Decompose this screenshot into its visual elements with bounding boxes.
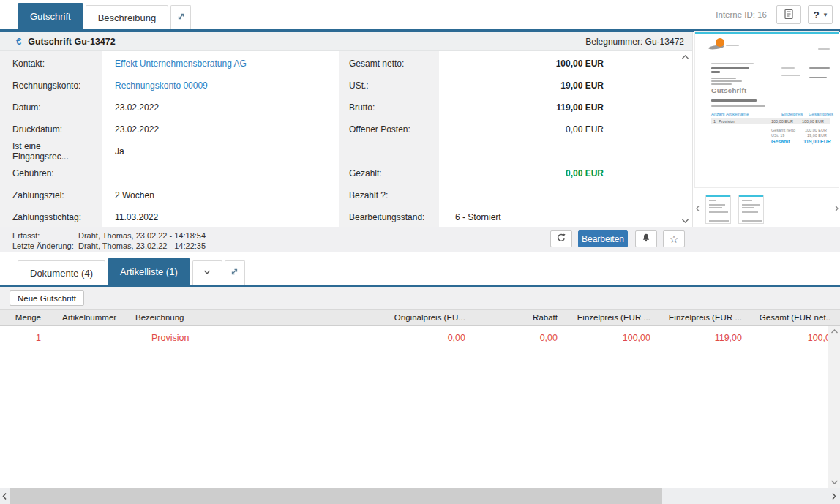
table-scroll-down-icon[interactable] [830, 479, 839, 485]
field-value-offener-posten: 0,00 EUR [566, 124, 604, 135]
field-label-kontakt: Kontakt: [12, 59, 45, 69]
table-row[interactable]: 1 Provision 0,00 0,00 100,00 119,00 100,… [0, 326, 840, 350]
modified-value: Draht, Thomas, 23.02.22 - 14:22:35 [78, 241, 206, 250]
field-label-bearbeitungsstand: Bearbeitungsstand: [349, 212, 424, 222]
notification-button[interactable] [635, 230, 657, 247]
scroll-right-icon[interactable] [830, 490, 839, 502]
scroll-up-icon[interactable] [681, 54, 689, 60]
scroll-left-icon[interactable] [0, 490, 9, 502]
created-label: Erfasst: [12, 231, 78, 240]
field-value-rechnungskonto[interactable]: Rechnungskonto 00009 [115, 80, 208, 91]
field-value-kontakt[interactable]: Effekt Unternehmensberatung AG [115, 59, 247, 69]
thumbnail-next-icon[interactable] [833, 203, 840, 214]
horizontal-scrollbar[interactable] [0, 488, 840, 504]
tab-gutschrift[interactable]: Gutschrift [18, 3, 83, 29]
report-button[interactable] [776, 5, 801, 24]
edit-button[interactable]: Bearbeiten [578, 230, 628, 247]
detail-tabstrip: Dokumente (4) Artikelliste (1) [0, 252, 840, 285]
bell-icon [641, 233, 651, 245]
cell-rabatt: 0,00 [468, 326, 560, 350]
tab-beschreibung[interactable]: Beschreibung [86, 5, 169, 29]
table-scrollbar[interactable] [828, 326, 840, 488]
table-scroll-up-icon[interactable] [830, 328, 839, 334]
page-thumbnail-2[interactable] [738, 195, 764, 224]
col-einzelpreis-brutto[interactable]: Einzelpreis (EUR ... [653, 310, 745, 325]
preview-heading: Gutschrift [711, 86, 746, 94]
help-icon: ? [814, 10, 820, 20]
field-label-rechnungskonto: Rechnungskonto: [12, 80, 80, 91]
field-label-zahlungsstichtag: Zahlungsstichtag: [12, 212, 81, 222]
scroll-down-icon[interactable] [681, 218, 689, 224]
refresh-button[interactable] [550, 230, 572, 247]
col-rabatt[interactable]: Rabatt [468, 310, 560, 325]
created-value: Draht, Thomas, 23.02.22 - 14:18:54 [78, 231, 206, 240]
document-preview-page[interactable]: Gutschrift Anzahl Artikelname Einzelprei… [695, 32, 839, 187]
modified-label: Letzte Änderung: [12, 241, 78, 250]
field-value-druckdatum: 23.02.2022 [115, 124, 159, 135]
col-bezeichnung[interactable]: Bezeichnung [132, 310, 337, 325]
preview-accent-bar [695, 32, 839, 34]
preview-grand-label: Gesamt [771, 139, 790, 144]
preview-grand-value: 119,00 EUR [803, 139, 831, 144]
field-value-brutto: 119,00 EUR [556, 102, 604, 113]
record-header: € Gutschrift Gu-13472 Belegnummer: Gu-13… [0, 32, 692, 51]
cell-menge: 1 [0, 326, 44, 350]
field-label-gezahlt: Gezahlt: [349, 168, 382, 178]
expand-icon [176, 12, 186, 23]
chevron-down-icon [202, 267, 212, 279]
preview-item-row: 1 Provision 100,00 EUR 100,00 EUR [711, 118, 830, 124]
field-label-brutto: Brutto: [349, 102, 375, 113]
fields-scrollbar[interactable] [679, 51, 691, 227]
field-value-ust: 19,00 EUR [560, 80, 604, 91]
col-originalpreis[interactable]: Originalpreis (EU... [337, 310, 468, 325]
help-menu-button[interactable]: ? ▾ [808, 5, 833, 24]
tab-more-button[interactable] [192, 260, 222, 285]
field-label-gebuehren: Gebühren: [12, 168, 54, 178]
beleg-number: Belegnummer: Gu-13472 [585, 37, 684, 47]
audit-bar: Erfasst: Draht, Thomas, 23.02.22 - 14:18… [0, 227, 840, 252]
field-label-bezahlt: Bezahlt ?: [349, 190, 388, 200]
tab-artikelliste[interactable]: Artikelliste (1) [108, 258, 190, 285]
refresh-icon [556, 233, 566, 245]
field-value-datum: 23.02.2022 [115, 102, 159, 113]
preview-thumbnail-strip [693, 192, 840, 225]
horizontal-scroll-thumb[interactable] [10, 488, 662, 504]
cell-originalpreis: 0,00 [337, 326, 468, 350]
cell-einzelpreis-netto: 100,00 [560, 326, 653, 350]
cell-bezeichnung: Provision [132, 326, 337, 350]
field-value-gezahlt: 0,00 EUR [566, 168, 604, 178]
col-artikelnummer[interactable]: Artikelnummer [44, 310, 132, 325]
star-icon: ☆ [670, 233, 679, 245]
field-label-druckdatum: Druckdatum: [12, 124, 62, 135]
field-area: Kontakt: Effekt Unternehmensberatung AG … [0, 51, 692, 227]
cell-einzelpreis-brutto: 119,00 [653, 326, 745, 350]
tab-dokumente[interactable]: Dokumente (4) [18, 260, 105, 285]
article-table: Menge Artikelnummer Bezeichnung Original… [0, 309, 840, 350]
field-value-gesamt-netto: 100,00 EUR [556, 59, 604, 69]
col-menge[interactable]: Menge [0, 310, 44, 325]
euro-icon: € [16, 36, 21, 47]
cell-artikelnummer [44, 326, 132, 350]
interne-id-label: Interne ID: 16 [716, 10, 767, 19]
field-value-zahlungsstichtag: 11.03.2022 [115, 212, 158, 222]
field-label-gesamt-netto: Gesamt netto: [349, 59, 404, 69]
field-label-datum: Datum: [12, 102, 41, 113]
favorite-button[interactable]: ☆ [663, 230, 685, 247]
tab-expand-button[interactable] [170, 5, 191, 29]
field-value-bearbeitungsstand: 6 - Storniert [455, 212, 501, 222]
caret-down-icon: ▾ [824, 11, 828, 18]
detail-expand-button[interactable] [225, 260, 245, 285]
document-preview-panel: Gutschrift Anzahl Artikelname Einzelprei… [692, 32, 840, 227]
col-einzelpreis-netto[interactable]: Einzelpreis (EUR ... [560, 310, 653, 325]
thumbnail-prev-icon[interactable] [694, 203, 701, 214]
col-gesamt[interactable]: Gesamt (EUR net.. [745, 310, 840, 325]
new-credit-note-button[interactable]: Neue Gutschrift [10, 290, 84, 306]
field-value-eingangsrechnung: Ja [115, 146, 124, 157]
expand-icon [230, 267, 239, 279]
field-label-zahlungsziel: Zahlungsziel: [12, 190, 64, 200]
app-window: Gutschrift Beschreibung Interne ID: 16 ?… [0, 0, 840, 504]
record-title: Gutschrift Gu-13472 [28, 37, 115, 47]
table-header-row: Menge Artikelnummer Bezeichnung Original… [0, 309, 840, 326]
page-thumbnail-1[interactable] [705, 195, 731, 224]
cell-gesamt: 100,0 [745, 326, 840, 350]
